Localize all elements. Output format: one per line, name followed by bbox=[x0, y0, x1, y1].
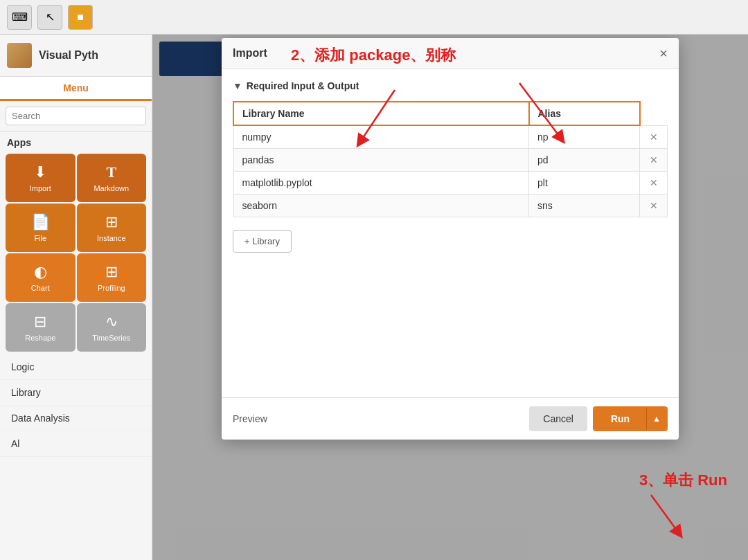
chart-icon: ◐ bbox=[34, 263, 47, 281]
modal-overlay: Import × ▼ Required Input & Output Libra… bbox=[152, 35, 748, 560]
table-row: matplotlib.pyplot plt ✕ bbox=[233, 172, 668, 195]
import-table: Library Name Alias numpy np ✕ pandas pd … bbox=[233, 101, 668, 217]
stop-icon: ■ bbox=[77, 11, 84, 24]
import-icon: ⬇ bbox=[34, 163, 46, 181]
triangle-icon: ▼ bbox=[233, 80, 242, 91]
chart-label: Chart bbox=[31, 284, 50, 292]
alias-cell: plt bbox=[529, 172, 640, 195]
instance-icon: ⊞ bbox=[105, 213, 118, 231]
vp-header: Visual Pyth bbox=[0, 35, 152, 77]
delete-row-button[interactable]: ✕ bbox=[640, 149, 668, 172]
markdown-icon: T bbox=[106, 163, 116, 181]
cursor-button[interactable]: ↖ bbox=[37, 5, 62, 30]
app-item-chart[interactable]: ◐ Chart bbox=[6, 253, 75, 302]
instance-label: Instance bbox=[97, 234, 126, 242]
col-delete-header bbox=[640, 102, 668, 125]
footer-right: Cancel Run ▲ bbox=[529, 406, 668, 431]
toolbar: ⌨ ↖ ■ bbox=[0, 0, 748, 35]
file-icon: 📄 bbox=[31, 213, 50, 231]
timeseries-label: TimeSeries bbox=[92, 334, 130, 342]
main-layout: Visual Pyth Menu Apps ⬇ Import T Markdow… bbox=[0, 35, 748, 560]
modal-header: Import × bbox=[222, 38, 679, 69]
nav-item-library[interactable]: Library bbox=[0, 380, 152, 406]
nav-item-al[interactable]: Al bbox=[0, 431, 152, 457]
modal-body: ▼ Required Input & Output Library Name A… bbox=[222, 69, 679, 397]
library-name-cell: matplotlib.pyplot bbox=[233, 172, 529, 195]
table-row: numpy np ✕ bbox=[233, 125, 668, 149]
library-name-cell: pandas bbox=[233, 149, 529, 172]
run-button-container: Run ▲ bbox=[593, 406, 668, 431]
search-input[interactable] bbox=[6, 107, 146, 125]
apps-section-title: Apps bbox=[0, 132, 152, 151]
app-item-file[interactable]: 📄 File bbox=[6, 204, 75, 252]
timeseries-icon: ∿ bbox=[105, 313, 118, 331]
profiling-icon: ⊞ bbox=[105, 263, 118, 281]
app-grid: ⬇ Import T Markdown 📄 File ⊞ Instance ◐ … bbox=[0, 151, 152, 354]
app-item-instance[interactable]: ⊞ Instance bbox=[77, 204, 147, 252]
col-alias-header: Alias bbox=[529, 102, 640, 125]
alias-cell: sns bbox=[529, 195, 640, 217]
app-item-profiling[interactable]: ⊞ Profiling bbox=[77, 253, 147, 302]
stop-button[interactable]: ■ bbox=[68, 5, 93, 30]
search-box bbox=[0, 101, 152, 132]
app-item-reshape[interactable]: ⊟ Reshape bbox=[6, 303, 75, 352]
reshape-label: Reshape bbox=[25, 334, 55, 342]
modal-footer: Preview Cancel Run ▲ bbox=[222, 397, 679, 440]
cancel-button[interactable]: Cancel bbox=[529, 406, 587, 431]
file-label: File bbox=[34, 234, 46, 242]
delete-row-button[interactable]: ✕ bbox=[640, 195, 668, 217]
left-panel: Visual Pyth Menu Apps ⬇ Import T Markdow… bbox=[0, 35, 152, 560]
delete-row-button[interactable]: ✕ bbox=[640, 172, 668, 195]
run-dropdown-icon: ▲ bbox=[652, 414, 661, 424]
section-header: ▼ Required Input & Output bbox=[233, 80, 668, 91]
vp-logo bbox=[7, 43, 32, 68]
preview-button[interactable]: Preview bbox=[233, 413, 267, 424]
cursor-icon: ↖ bbox=[46, 10, 55, 24]
menu-tab[interactable]: Menu bbox=[0, 77, 152, 101]
run-dropdown-button[interactable]: ▲ bbox=[646, 408, 666, 430]
run-button[interactable]: Run bbox=[594, 408, 646, 430]
table-row: pandas pd ✕ bbox=[233, 149, 668, 172]
vp-title: Visual Pyth bbox=[39, 49, 98, 62]
keyboard-button[interactable]: ⌨ bbox=[7, 5, 32, 30]
alias-cell: pd bbox=[529, 149, 640, 172]
keyboard-icon: ⌨ bbox=[12, 10, 28, 24]
table-row: seaborn sns ✕ bbox=[233, 195, 668, 217]
add-library-button[interactable]: + Library bbox=[233, 230, 292, 253]
app-item-markdown[interactable]: T Markdown bbox=[77, 154, 147, 202]
col-library-header: Library Name bbox=[233, 102, 529, 125]
nav-item-logic[interactable]: Logic bbox=[0, 354, 152, 380]
modal-close-button[interactable]: × bbox=[659, 46, 668, 60]
app-item-timeseries[interactable]: ∿ TimeSeries bbox=[77, 303, 147, 352]
alias-cell: np bbox=[529, 125, 640, 149]
section-title: Required Input & Output bbox=[247, 80, 359, 91]
app-item-import[interactable]: ⬇ Import bbox=[6, 154, 75, 202]
import-label: Import bbox=[30, 184, 51, 192]
markdown-label: Markdown bbox=[93, 184, 129, 192]
profiling-label: Profiling bbox=[98, 284, 125, 292]
library-name-cell: numpy bbox=[233, 125, 529, 149]
delete-row-button[interactable]: ✕ bbox=[640, 125, 668, 149]
import-modal: Import × ▼ Required Input & Output Libra… bbox=[222, 38, 679, 440]
content-area: 1、单击 Import Import × ▼ Required Input & … bbox=[152, 35, 748, 560]
reshape-icon: ⊟ bbox=[34, 313, 46, 331]
modal-title: Import bbox=[233, 47, 267, 60]
library-name-cell: seaborn bbox=[233, 195, 529, 217]
nav-item-data-analysis[interactable]: Data Analysis bbox=[0, 406, 152, 431]
